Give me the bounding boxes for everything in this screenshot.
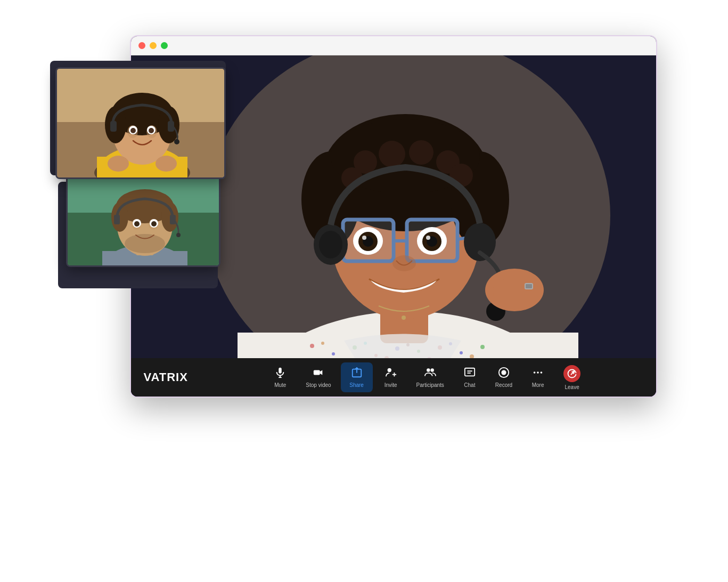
mute-label: Mute <box>274 382 286 388</box>
svg-point-88 <box>362 236 366 240</box>
participants-label: Participants <box>416 382 444 388</box>
toolbar-controls: Mute Stop video <box>209 361 643 394</box>
svg-point-19 <box>174 139 179 144</box>
svg-rect-118 <box>279 368 282 374</box>
svg-point-126 <box>427 368 430 371</box>
invite-button[interactable]: Invite <box>375 362 407 392</box>
svg-rect-17 <box>110 121 117 132</box>
share-button[interactable]: Share <box>341 362 373 392</box>
svg-point-134 <box>537 371 539 374</box>
svg-point-70 <box>379 141 405 167</box>
maximize-button[interactable] <box>161 42 168 49</box>
stop-video-button[interactable]: Stop video <box>298 362 338 392</box>
scene: VATRIX Mute <box>45 25 684 557</box>
svg-point-38 <box>151 221 157 227</box>
share-icon <box>351 367 363 380</box>
more-label: More <box>532 382 544 388</box>
svg-point-54 <box>480 345 485 349</box>
participant-video-1 <box>57 69 224 177</box>
svg-point-123 <box>387 368 391 372</box>
close-button[interactable] <box>138 42 145 49</box>
svg-point-15 <box>130 128 136 133</box>
svg-point-135 <box>541 371 543 374</box>
svg-point-37 <box>134 221 140 227</box>
minimize-button[interactable] <box>150 42 157 49</box>
record-label: Record <box>495 382 512 388</box>
record-button[interactable]: Record <box>488 362 520 392</box>
svg-point-92 <box>319 231 342 258</box>
logo-text: VATRIX <box>144 370 188 384</box>
thumbnail-container <box>45 67 226 267</box>
svg-point-41 <box>176 233 181 237</box>
toolbar: VATRIX Mute <box>131 358 656 397</box>
svg-point-89 <box>426 236 430 240</box>
participant-2-svg <box>68 165 219 265</box>
svg-point-20 <box>108 156 129 172</box>
svg-point-46 <box>310 344 314 348</box>
svg-point-47 <box>332 352 335 355</box>
svg-rect-39 <box>114 215 120 224</box>
share-label: Share <box>349 382 364 388</box>
leave-icon <box>563 365 580 382</box>
svg-point-132 <box>501 370 506 375</box>
video-icon <box>313 367 324 380</box>
mic-icon <box>274 367 286 380</box>
invite-label: Invite <box>385 382 397 388</box>
invite-icon <box>385 367 397 380</box>
participant-video-2 <box>68 165 219 265</box>
participants-button[interactable]: Participants <box>409 362 452 392</box>
svg-point-90 <box>392 255 416 271</box>
svg-rect-128 <box>465 368 475 376</box>
svg-point-16 <box>149 128 154 133</box>
chat-label: Chat <box>464 382 475 388</box>
more-button[interactable]: More <box>522 362 554 392</box>
participant-1-svg <box>57 69 224 177</box>
svg-rect-121 <box>314 370 320 375</box>
svg-rect-40 <box>170 215 176 224</box>
record-icon <box>498 367 510 380</box>
svg-point-93 <box>464 223 496 261</box>
stop-video-label: Stop video <box>306 382 331 388</box>
svg-rect-96 <box>493 279 538 303</box>
window-titlebar <box>131 36 656 55</box>
svg-point-32 <box>125 234 165 253</box>
mute-button[interactable]: Mute <box>264 362 296 392</box>
svg-point-55 <box>321 342 324 345</box>
svg-point-127 <box>430 368 433 371</box>
svg-point-21 <box>156 156 177 172</box>
chat-icon <box>464 367 476 380</box>
more-icon <box>532 367 544 380</box>
vatrix-logo: VATRIX <box>144 370 188 384</box>
participant-thumbnail-1[interactable] <box>55 67 226 179</box>
svg-point-53 <box>460 351 463 354</box>
chat-button[interactable]: Chat <box>454 362 486 392</box>
leave-label: Leave <box>565 384 579 390</box>
svg-point-117 <box>402 316 406 320</box>
participants-icon <box>424 367 436 380</box>
svg-point-133 <box>534 371 536 374</box>
leave-button[interactable]: Leave <box>556 361 588 394</box>
svg-rect-97 <box>525 284 533 289</box>
svg-point-71 <box>409 140 433 165</box>
